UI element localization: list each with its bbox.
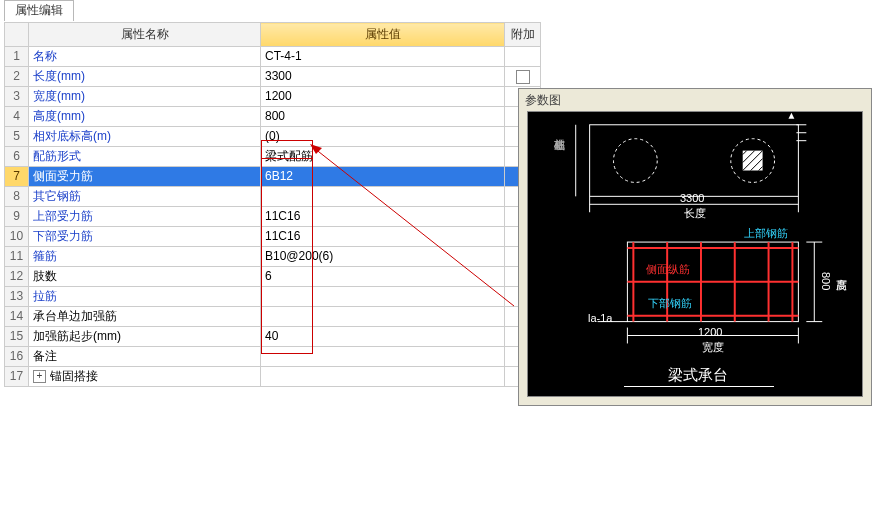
property-value[interactable] — [261, 367, 505, 387]
property-name[interactable]: 其它钢筋 — [29, 187, 261, 207]
property-name-text: 相对底标高(m) — [33, 129, 111, 143]
row-index[interactable]: 14 — [5, 307, 29, 327]
property-name-text: 宽度(mm) — [33, 89, 85, 103]
row-index[interactable]: 2 — [5, 67, 29, 87]
property-name[interactable]: 配筋形式 — [29, 147, 261, 167]
row-index[interactable]: 9 — [5, 207, 29, 227]
grid-row[interactable]: 11箍筋B10@200(6) — [5, 247, 541, 267]
property-name-text: 加强筋起步(mm) — [33, 329, 121, 343]
property-name[interactable]: 备注 — [29, 347, 261, 367]
param-panel-title: 参数图 — [519, 89, 871, 112]
property-extra[interactable] — [505, 67, 541, 87]
property-name-text: 上部受力筋 — [33, 209, 93, 223]
row-index[interactable]: 6 — [5, 147, 29, 167]
grid-row[interactable]: 15加强筋起步(mm)40 — [5, 327, 541, 347]
row-index[interactable]: 13 — [5, 287, 29, 307]
grid-row[interactable]: 1名称CT-4-1 — [5, 47, 541, 67]
header-extra[interactable]: 附加 — [505, 23, 541, 47]
dim-width-label: 宽度 — [702, 340, 724, 355]
row-index[interactable]: 7 — [5, 167, 29, 187]
property-name[interactable]: 箍筋 — [29, 247, 261, 267]
grid-row[interactable]: 3宽度(mm)1200 — [5, 87, 541, 107]
row-index[interactable]: 11 — [5, 247, 29, 267]
dim-height-value: 800 — [820, 272, 832, 290]
property-name-text: 侧面受力筋 — [33, 169, 93, 183]
row-index[interactable]: 4 — [5, 107, 29, 127]
row-index[interactable]: 15 — [5, 327, 29, 347]
property-value[interactable]: (0) — [261, 127, 505, 147]
dim-length-label: 长度 — [684, 206, 706, 221]
property-name[interactable]: +锚固搭接 — [29, 367, 261, 387]
property-extra[interactable] — [505, 47, 541, 67]
header-value[interactable]: 属性值 — [261, 23, 505, 47]
row-index[interactable]: 12 — [5, 267, 29, 287]
property-value[interactable]: 40 — [261, 327, 505, 347]
grid-row[interactable]: 9上部受力筋11C16 — [5, 207, 541, 227]
label-extent: la-1a — [588, 312, 612, 324]
property-name[interactable]: 肢数 — [29, 267, 261, 287]
property-name-text: 长度(mm) — [33, 69, 85, 83]
property-grid: 属性名称 属性值 附加 1名称CT-4-12长度(mm)33003宽度(mm)1… — [4, 22, 541, 387]
grid-row[interactable]: 2长度(mm)3300 — [5, 67, 541, 87]
grid-row[interactable]: 7侧面受力筋6B12 — [5, 167, 541, 187]
property-value[interactable]: 11C16 — [261, 207, 505, 227]
grid-row[interactable]: 14承台单边加强筋 — [5, 307, 541, 327]
property-value[interactable]: 3300 — [261, 67, 505, 87]
grid-row[interactable]: 6配筋形式梁式配筋 — [5, 147, 541, 167]
property-value[interactable] — [261, 347, 505, 367]
property-name-text: 拉筋 — [33, 289, 57, 303]
tab-property-edit[interactable]: 属性编辑 — [4, 0, 74, 21]
label-bottom-bar: 下部钢筋 — [648, 296, 692, 311]
property-name-text: 备注 — [33, 349, 57, 363]
property-name[interactable]: 加强筋起步(mm) — [29, 327, 261, 347]
row-index[interactable]: 3 — [5, 87, 29, 107]
grid-row[interactable]: 10下部受力筋11C16 — [5, 227, 541, 247]
grid-row[interactable]: 12肢数6 — [5, 267, 541, 287]
grid-row[interactable]: 8其它钢筋 — [5, 187, 541, 207]
property-value[interactable]: 6B12 — [261, 167, 505, 187]
row-index[interactable]: 10 — [5, 227, 29, 247]
row-index[interactable]: 16 — [5, 347, 29, 367]
property-name[interactable]: 下部受力筋 — [29, 227, 261, 247]
row-index[interactable]: 1 — [5, 47, 29, 67]
row-index[interactable]: 8 — [5, 187, 29, 207]
property-value[interactable]: 11C16 — [261, 227, 505, 247]
property-name-text: 肢数 — [33, 269, 57, 283]
property-name[interactable]: 相对底标高(m) — [29, 127, 261, 147]
label-side-bar: 侧面纵筋 — [646, 262, 690, 277]
property-name-text: 其它钢筋 — [33, 189, 81, 203]
property-name[interactable]: 拉筋 — [29, 287, 261, 307]
grid-row[interactable]: 16备注 — [5, 347, 541, 367]
diagram-caption: 梁式承台 — [668, 366, 728, 385]
grid-row[interactable]: 4高度(mm)800 — [5, 107, 541, 127]
property-name[interactable]: 侧面受力筋 — [29, 167, 261, 187]
property-value[interactable] — [261, 307, 505, 327]
property-value[interactable]: B10@200(6) — [261, 247, 505, 267]
dim-length-value: 3300 — [680, 192, 704, 204]
property-name[interactable]: 上部受力筋 — [29, 207, 261, 227]
property-value[interactable]: 800 — [261, 107, 505, 127]
row-index[interactable]: 17 — [5, 367, 29, 387]
grid-row[interactable]: 17+锚固搭接 — [5, 367, 541, 387]
property-name-text: 承台单边加强筋 — [33, 309, 117, 323]
property-name[interactable]: 名称 — [29, 47, 261, 67]
property-name[interactable]: 长度(mm) — [29, 67, 261, 87]
header-name[interactable]: 属性名称 — [29, 23, 261, 47]
grid-row[interactable]: 5相对底标高(m)(0) — [5, 127, 541, 147]
row-index[interactable]: 5 — [5, 127, 29, 147]
property-value[interactable]: 6 — [261, 267, 505, 287]
property-value[interactable] — [261, 187, 505, 207]
property-value[interactable]: 梁式配筋 — [261, 147, 505, 167]
expand-icon[interactable]: + — [33, 370, 46, 383]
extra-checkbox[interactable] — [516, 70, 530, 84]
property-name[interactable]: 高度(mm) — [29, 107, 261, 127]
grid-row[interactable]: 13拉筋 — [5, 287, 541, 307]
caption-underline — [624, 386, 774, 387]
property-name[interactable]: 宽度(mm) — [29, 87, 261, 107]
label-top-bar: 上部钢筋 — [744, 226, 788, 241]
property-value[interactable]: 1200 — [261, 87, 505, 107]
property-value[interactable]: CT-4-1 — [261, 47, 505, 67]
property-value[interactable] — [261, 287, 505, 307]
dim-width-value: 1200 — [698, 326, 722, 338]
property-name[interactable]: 承台单边加强筋 — [29, 307, 261, 327]
